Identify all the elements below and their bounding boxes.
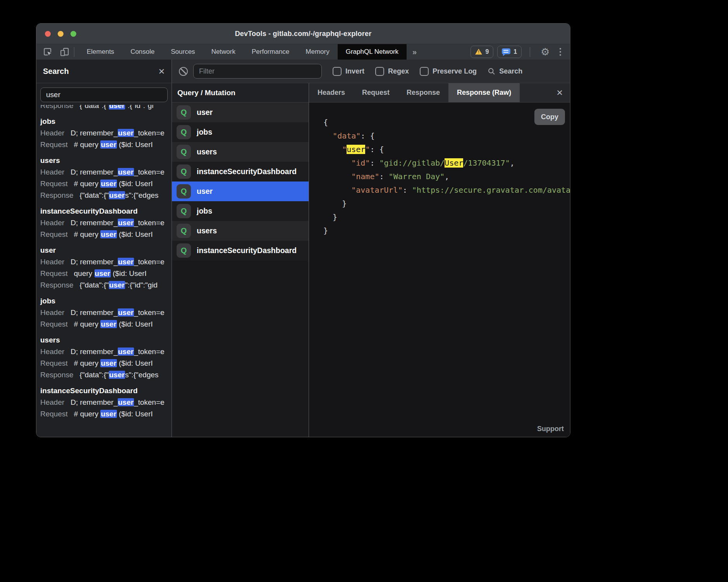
search-box [36,83,172,105]
search-result-group-title[interactable]: jobs [40,116,172,127]
clear-filter-icon[interactable] [179,67,188,76]
detail-tab-response[interactable]: Response [398,83,448,102]
query-list-item-user[interactable]: Quser [172,103,309,122]
query-list-item-instancesecuritydashboard[interactable]: QinstanceSecurityDashboard [172,162,309,181]
preserve-log-checkbox[interactable] [420,67,429,76]
search-result-label: Request [40,269,68,277]
query-list-item-users[interactable]: Qusers [172,142,309,162]
filter-input[interactable] [193,64,322,79]
maximize-window-button[interactable] [70,31,76,37]
close-search-icon[interactable]: ✕ [158,67,165,75]
search-result-line[interactable]: Response{"data":{"users":{"edges [40,190,172,201]
warning-icon [475,49,482,55]
json-token: " [342,145,347,154]
json-token: { [323,118,328,127]
query-list-item-users[interactable]: Qusers [172,221,309,241]
search-result-group-title[interactable]: jobs [40,295,172,307]
json-line: "name": "Warren Day", [323,170,570,183]
message-icon [502,48,510,54]
query-name: user [197,187,213,196]
devtools-tab-performance[interactable]: Performance [244,44,297,60]
search-result-line[interactable]: HeaderD; remember_user_token=e [40,217,172,229]
json-token: } [323,212,337,222]
search-result-line[interactable]: HeaderD; remember_user_token=e [40,307,172,318]
devtools-tab-sources[interactable]: Sources [163,44,203,60]
toolbar-left-icons [36,44,70,60]
search-result-group-title[interactable]: users [40,334,172,346]
search-result-text: _token=e [134,258,165,266]
json-line: "id": "gid://gitlab/User/13704317", [323,156,570,170]
search-result-line[interactable]: Request# query user ($id: UserI [40,139,172,151]
json-token: , [445,172,449,181]
json-line: } [323,224,570,238]
query-list-item-instancesecuritydashboard[interactable]: QinstanceSecurityDashboard [172,241,309,260]
invert-checkbox[interactable] [333,67,342,76]
warnings-badge[interactable]: 9 [470,46,493,58]
search-result-text: ($id: UserI [117,410,153,418]
inspect-element-icon[interactable] [43,47,53,57]
search-result-text: D; remember_ [70,308,117,317]
response-raw-content: Copy { "data": { "user": { "id": "gid://… [309,103,570,437]
query-type-badge: Q [177,145,191,159]
traffic-lights [45,24,76,44]
search-result-line[interactable]: Request# query user ($id: UserI [40,358,172,369]
search-result-text: ($id: UserI [111,269,147,277]
json-token: "data" [333,131,361,140]
search-result-line[interactable]: HeaderD; remember_user_token=e [40,397,172,408]
kebab-menu-icon[interactable] [556,48,565,56]
issues-badge[interactable]: 1 [497,46,522,58]
close-window-button[interactable] [45,31,51,37]
support-link[interactable]: Support [537,425,564,433]
search-result-group-title[interactable]: users [40,155,172,166]
device-toolbar-icon[interactable] [60,47,70,57]
search-result-line[interactable]: Request# query user ($id: UserI [40,408,172,420]
devtools-tab-elements[interactable]: Elements [79,44,122,60]
regex-label: Regex [388,67,409,75]
detail-tab-headers[interactable]: Headers [309,83,354,102]
settings-gear-icon[interactable]: ⚙ [538,47,552,57]
query-list-item-jobs[interactable]: Qjobs [172,201,309,221]
search-result-line[interactable]: Request# query user ($id: UserI [40,229,172,240]
search-panel: Response{"data":{"user":{"id":"gijobsHea… [36,83,172,437]
detail-tab-response-raw[interactable]: Response (Raw) [448,83,520,102]
search-result-line[interactable]: Request# query user ($id: UserI [40,318,172,330]
search-result-line[interactable]: Requestquery user ($id: UserI [40,268,172,279]
query-list-item-user[interactable]: Quser [172,181,309,201]
detail-tab-request[interactable]: Request [354,83,398,102]
search-result-group-title[interactable]: user [40,245,172,256]
search-result-label: Response [40,191,74,199]
detail-tabs: HeadersRequestResponseResponse (Raw) [309,83,520,102]
search-result-line[interactable]: HeaderD; remember_user_token=e [40,127,172,139]
search-result-line[interactable]: Response{"data":{"users":{"edges [40,369,172,381]
search-result-line[interactable]: Request# query user ($id: UserI [40,178,172,190]
more-tabs-chevron-icon[interactable]: » [407,44,422,60]
search-result-text: D; remember_ [70,219,117,227]
minimize-window-button[interactable] [58,31,64,37]
search-toggle[interactable]: Search [488,67,522,75]
query-list-item-jobs[interactable]: Qjobs [172,122,309,142]
search-result-label: Header [40,258,64,266]
search-result-group-title[interactable]: instanceSecurityDashboard [40,385,172,397]
devtools-tab-console[interactable]: Console [122,44,163,60]
search-result-text: # query [74,320,101,328]
search-result-line[interactable]: Response{"data":{"user":{"id":"gid [40,279,172,291]
search-result-line[interactable]: HeaderD; remember_user_token=e [40,166,172,178]
search-result-line[interactable]: Response{"data":{"user":{"id":"gi [40,105,172,111]
title-bar: DevTools - gitlab.com/-/graphql-explorer [36,24,570,44]
header-band: Search ✕ Invert Regex Preserve Log [36,60,570,83]
search-result-line[interactable]: HeaderD; remember_user_token=e [40,256,172,268]
copy-button[interactable]: Copy [534,109,565,125]
search-result-line[interactable]: HeaderD; remember_user_token=e [40,346,172,358]
devtools-tab-memory[interactable]: Memory [297,44,337,60]
devtools-tab-network[interactable]: Network [203,44,244,60]
regex-checkbox[interactable] [375,67,384,76]
query-list-header: Query / Mutation [172,83,309,103]
search-match-highlight: User [445,158,463,168]
search-result-group-title[interactable]: instanceSecurityDashboard [40,205,172,217]
query-name: users [197,226,217,235]
close-detail-icon[interactable]: ✕ [549,83,570,102]
search-result-label: Header [40,129,64,137]
search-input[interactable] [40,87,168,102]
devtools-tab-graphql-network[interactable]: GraphQL Network [338,44,407,60]
query-name: jobs [197,128,212,137]
